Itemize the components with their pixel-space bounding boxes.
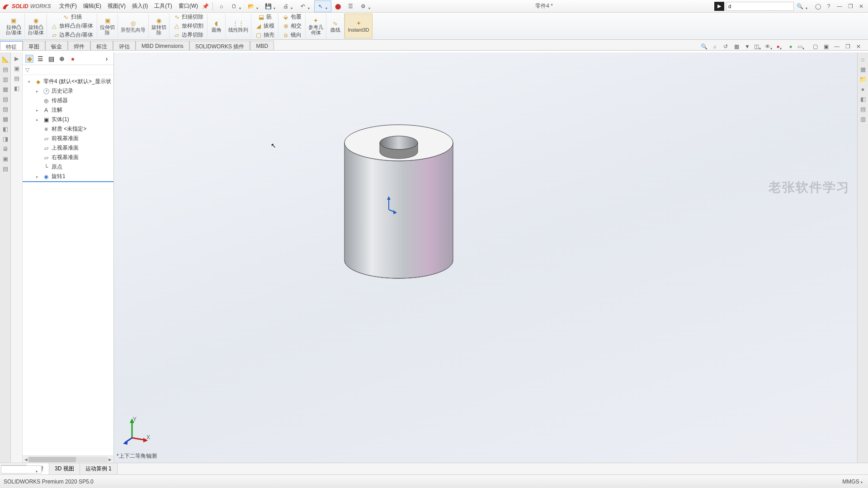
tree-material[interactable]: ≡材质 <未指定>	[23, 124, 113, 134]
refgeo-button[interactable]: ✦参考几 何体	[306, 14, 326, 38]
menu-window[interactable]: 窗口(W)	[176, 0, 201, 12]
menu-tools[interactable]: 工具(T)	[151, 0, 175, 12]
rail-icon-5[interactable]: ▧	[1, 95, 9, 103]
bottom-tab-motion[interactable]: 运动算例 1	[80, 463, 118, 474]
curves-button[interactable]: ∿曲线	[326, 14, 344, 38]
viewport-single-icon[interactable]: ▢	[811, 42, 819, 51]
tree-revolve1[interactable]: ▸◉旋转1	[23, 172, 113, 182]
boundary-button[interactable]: ▱边界凸台/基体	[50, 31, 94, 39]
taskpane-lib-icon[interactable]: ▦	[859, 65, 867, 73]
tree-filter[interactable]: ▽	[23, 65, 113, 75]
tree-tab-feature-icon[interactable]: ◆	[25, 55, 33, 63]
tree-tab-prop-icon[interactable]: ☰	[36, 55, 44, 63]
undo-button[interactable]: ↶	[297, 1, 313, 12]
panel-hscroll[interactable]: ◀ ▶	[23, 455, 113, 463]
instant3d-button[interactable]: ✦Instant3D	[344, 14, 372, 38]
quick-select[interactable]	[1, 465, 42, 474]
panel-tab-3[interactable]: ▤	[13, 74, 21, 82]
save-button[interactable]: 💾	[263, 1, 279, 12]
rail-icon-1[interactable]: 📐	[1, 55, 9, 63]
wrap-button[interactable]: ⬙包覆	[281, 13, 302, 21]
rail-icon-11[interactable]: ▣	[1, 155, 9, 163]
model-cylinder[interactable]	[335, 116, 462, 287]
appearance-icon[interactable]: ●	[776, 42, 784, 51]
rail-icon-6[interactable]: ▨	[1, 105, 9, 113]
section-view-icon[interactable]: ▦	[732, 42, 741, 51]
tab-annotate[interactable]: 标注	[90, 41, 113, 50]
orientation-icon[interactable]: ▼	[743, 42, 751, 51]
tab-sketch[interactable]: 草图	[23, 41, 45, 50]
tree-solid[interactable]: ▸▣实体(1)	[23, 115, 113, 124]
scroll-thumb[interactable]	[28, 457, 76, 462]
scroll-track[interactable]	[28, 457, 108, 462]
viewport-close-icon[interactable]: ✕	[854, 42, 863, 51]
loft-button[interactable]: △放样凸台/基体	[50, 22, 94, 30]
boundary-cut-button[interactable]: ▱边界切除	[172, 31, 204, 39]
revolve-cut-button[interactable]: ◉旋转切 除	[149, 14, 170, 38]
search-prefix-icon[interactable]: ▶	[714, 2, 724, 11]
graphics-area[interactable]: ↖ 老张软件学习	[114, 52, 868, 463]
taskpane-view-icon[interactable]: ●	[859, 85, 867, 93]
zoom-area-icon[interactable]: ⌕	[711, 42, 719, 51]
rail-icon-8[interactable]: ◧	[1, 125, 9, 133]
taskpane-prop-icon[interactable]: ▤	[859, 105, 867, 113]
tree-tab-display-icon[interactable]: ●	[69, 55, 77, 63]
scene-icon[interactable]: ●	[787, 42, 795, 51]
tree-front-plane[interactable]: ▱前视基准面	[23, 134, 113, 143]
tree-annotations[interactable]: ▸A注解	[23, 105, 113, 115]
status-units[interactable]: MMGS	[842, 479, 864, 485]
restore-button[interactable]: ❐	[845, 1, 855, 11]
rebuild-button[interactable]: ⬤	[332, 1, 344, 12]
help-icon[interactable]: ?	[824, 1, 834, 11]
tree-root[interactable]: ▾◆零件4 (默认<<默认>_显示状	[23, 77, 113, 86]
tree-right-plane[interactable]: ▱右视基准面	[23, 153, 113, 162]
menu-insert[interactable]: 插入(I)	[129, 0, 151, 12]
close-button[interactable]: ✕	[856, 1, 866, 11]
view-triad[interactable]: Y X	[123, 418, 150, 445]
open-button[interactable]: 📂	[245, 1, 262, 12]
bottom-tab-3dview[interactable]: 3D 视图	[49, 463, 80, 474]
zoom-fit-icon[interactable]: 🔍	[700, 42, 708, 51]
taskpane-home-icon[interactable]: ⌂	[859, 55, 867, 63]
display-style-icon[interactable]: ◫	[754, 42, 762, 51]
tab-addins[interactable]: SOLIDWORKS 插件	[189, 41, 250, 50]
pin-icon[interactable]: 📌	[202, 2, 210, 10]
loft-cut-button[interactable]: △放样切割	[172, 22, 204, 30]
rib-button[interactable]: ⬓筋	[257, 13, 273, 21]
tab-sheetmetal[interactable]: 钣金	[45, 41, 68, 50]
tab-weldment[interactable]: 焊件	[68, 41, 90, 50]
rail-icon-4[interactable]: ▦	[1, 85, 9, 93]
extrude-cut-button[interactable]: ▣拉伸切 除	[97, 14, 118, 38]
taskpane-appear-icon[interactable]: ◧	[859, 95, 867, 103]
tree-history[interactable]: ▸🕑历史记录	[23, 86, 113, 96]
extrude-boss-button[interactable]: ▣拉伸凸 台/基体	[3, 14, 25, 38]
panel-tab-4[interactable]: ◧	[13, 84, 21, 92]
tree-origin[interactable]: └原点	[23, 162, 113, 172]
search-input[interactable]	[726, 2, 794, 11]
tab-feature[interactable]: 特征	[0, 41, 23, 50]
taskpane-custom-icon[interactable]: ▥	[859, 115, 867, 123]
tree-expand-icon[interactable]: ›	[103, 55, 111, 63]
shell-button[interactable]: ▢抽壳	[254, 31, 275, 39]
panel-tab-2[interactable]: ▣	[13, 64, 21, 72]
tab-mbddim[interactable]: MBD Dimensions	[136, 41, 189, 50]
user-icon[interactable]: ◯	[813, 1, 823, 11]
menu-edit[interactable]: 编辑(E)	[80, 0, 104, 12]
home-button[interactable]: ⌂	[216, 1, 227, 12]
tab-evaluate[interactable]: 评估	[113, 41, 136, 50]
tree-tab-dim-icon[interactable]: ⊕	[58, 55, 66, 63]
menu-file[interactable]: 文件(F)	[57, 0, 80, 12]
settings-button[interactable]: ⚙	[358, 1, 374, 12]
rail-icon-2[interactable]: ▤	[1, 65, 9, 73]
viewport-max-icon[interactable]: ❐	[844, 42, 852, 51]
search-icon[interactable]: 🔍	[796, 2, 804, 10]
viewport-min-icon[interactable]: —	[833, 42, 841, 51]
revolve-boss-button[interactable]: ◉旋转凸 台/基体	[25, 14, 47, 38]
print-button[interactable]: 🖨	[280, 1, 296, 12]
sweep-button[interactable]: ∿扫描	[61, 13, 83, 21]
draft-button[interactable]: ◢拔模	[254, 22, 275, 30]
rail-icon-3[interactable]: ▥	[1, 75, 9, 83]
tab-mbd[interactable]: MBD	[250, 41, 274, 50]
rail-icon-10[interactable]: 🖥	[1, 145, 9, 153]
tree-top-plane[interactable]: ▱上视基准面	[23, 143, 113, 153]
